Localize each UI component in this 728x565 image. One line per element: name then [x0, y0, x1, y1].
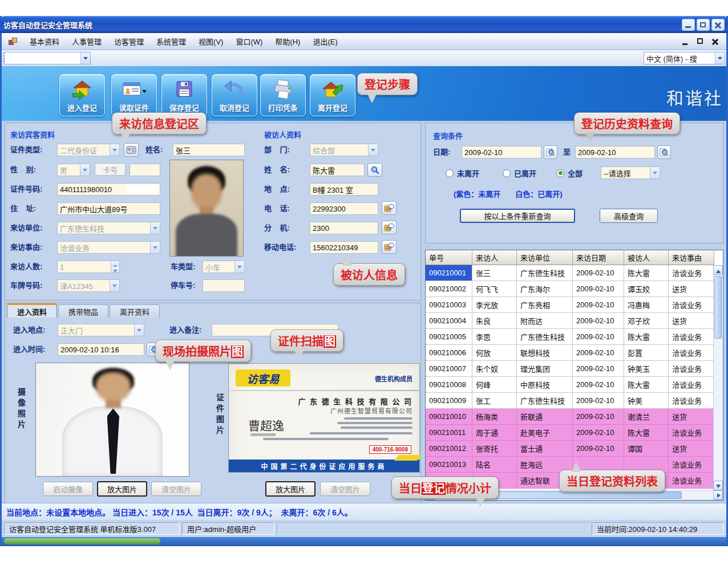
- start-camera-button[interactable]: 启动摄像: [43, 482, 93, 496]
- table-cell[interactable]: 洽谈业务: [669, 457, 714, 473]
- search-icon[interactable]: [367, 163, 382, 177]
- table-cell[interactable]: 冯惠梅: [624, 297, 669, 313]
- address-input[interactable]: 广州市中山大道89号: [57, 202, 160, 215]
- table-cell[interactable]: 邓子欣: [624, 313, 669, 329]
- menu-item-2[interactable]: 访客管理: [108, 34, 150, 49]
- table-cell[interactable]: 2009-02-10: [573, 393, 624, 409]
- child-minimize-icon[interactable]: [681, 37, 691, 46]
- table-row[interactable]: 090210009张工广东德生科技2009-02-10钟美洽谈业务: [426, 393, 723, 409]
- table-cell[interactable]: 2009-02-10: [573, 409, 624, 425]
- table-row[interactable]: 090210002何飞飞广东海尔2009-02-10谭玉姣送货: [426, 281, 723, 297]
- table-cell[interactable]: 杨海类: [472, 409, 517, 425]
- save-register-button[interactable]: 保存登记: [161, 74, 207, 116]
- table-cell[interactable]: 090210010: [426, 409, 472, 425]
- table-cell[interactable]: 洽谈业务: [669, 329, 714, 345]
- table-cell[interactable]: 张三: [472, 265, 517, 281]
- table-header-cell[interactable]: 单号: [426, 250, 472, 265]
- menu-item-6[interactable]: 帮助(H): [269, 34, 306, 49]
- plate-combo[interactable]: 津A12345: [57, 279, 120, 292]
- menu-item-4[interactable]: 视图(V): [192, 34, 229, 49]
- table-cell[interactable]: 2009-02-10: [573, 281, 624, 297]
- clear-card-button[interactable]: 清空图片: [320, 482, 370, 496]
- vscroll-thumb[interactable]: [714, 276, 722, 339]
- clear-photo-button[interactable]: 清空图片: [151, 482, 201, 496]
- date-picker-icon[interactable]: [544, 145, 557, 159]
- print-receipt-button[interactable]: 打印凭条: [260, 74, 306, 116]
- table-row[interactable]: 090210008何峰中原科技2009-02-10陈大雷洽谈业务: [426, 377, 723, 393]
- table-cell[interactable]: 洽谈业务: [669, 393, 714, 409]
- table-cell[interactable]: 广东德生科技: [517, 265, 573, 281]
- date-from-input[interactable]: 2009-02-10: [462, 146, 541, 158]
- table-cell[interactable]: 广东德生科技: [517, 329, 573, 345]
- scroll-down-icon[interactable]: [713, 481, 723, 490]
- date-to-input[interactable]: 2009-02-10: [575, 146, 655, 158]
- table-cell[interactable]: 广东亮相: [517, 297, 573, 313]
- zoom-photo-button[interactable]: 放大图片: [97, 481, 147, 497]
- reason-combo[interactable]: 洽谈业务: [57, 241, 160, 254]
- table-cell[interactable]: 何放: [472, 345, 517, 361]
- table-cell[interactable]: 090210011: [426, 425, 472, 441]
- table-cell[interactable]: 李思: [472, 329, 517, 345]
- table-cell[interactable]: 送货: [669, 409, 714, 425]
- status-select[interactable]: --请选择: [601, 166, 660, 179]
- table-cell[interactable]: 2009-02-10: [573, 313, 624, 329]
- read-card-button[interactable]: 读取证件: [111, 74, 157, 116]
- table-row[interactable]: 090210001张三广东德生科技2009-02-10陈大雷洽谈业务: [426, 265, 723, 281]
- tab-carried-items[interactable]: 携带物品: [58, 304, 108, 318]
- vertical-scrollbar[interactable]: [713, 265, 723, 490]
- table-cell[interactable]: 周于通: [472, 425, 517, 441]
- table-cell[interactable]: 赴美电子: [517, 425, 573, 441]
- visited-name-input[interactable]: 陈大雷: [310, 164, 365, 176]
- table-cell[interactable]: 理光集团: [517, 361, 573, 377]
- sms-icon[interactable]: [382, 201, 397, 215]
- table-cell[interactable]: 送货: [669, 313, 714, 329]
- table-cell[interactable]: 朱个奴: [472, 361, 517, 377]
- card-no-button[interactable]: 卡号: [95, 163, 126, 176]
- cert-type-combo[interactable]: 二代身份证: [57, 144, 120, 156]
- table-cell[interactable]: 2009-02-10: [573, 265, 624, 281]
- requery-button[interactable]: 按以上条件重新查询: [460, 209, 575, 223]
- table-cell[interactable]: 陈大雷: [624, 425, 669, 441]
- ext-input[interactable]: 2300: [310, 222, 378, 234]
- visitor-name-input[interactable]: 张三: [173, 144, 245, 156]
- table-cell[interactable]: 090210003: [426, 297, 472, 313]
- table-row[interactable]: 090210005李思广东德生科技2009-02-10陈大雷洽谈业务: [426, 329, 723, 345]
- phone-input[interactable]: 22992300: [310, 202, 378, 215]
- card-no-input[interactable]: [130, 164, 160, 176]
- menu-item-3[interactable]: 系统管理: [150, 34, 192, 49]
- table-cell[interactable]: 090210007: [426, 361, 472, 377]
- date-picker-icon[interactable]: [657, 145, 671, 159]
- chevron-down-icon[interactable]: [80, 52, 90, 64]
- table-cell[interactable]: 陈大雷: [624, 377, 669, 393]
- count-spinner[interactable]: 1: [57, 261, 120, 273]
- table-cell[interactable]: 张工: [472, 393, 517, 409]
- parking-input[interactable]: [203, 279, 245, 292]
- table-cell[interactable]: 090210004: [426, 313, 472, 329]
- table-row[interactable]: 090210010杨海类新联通2009-02-10谢清兰送货: [426, 409, 723, 425]
- table-cell[interactable]: 洽谈业务: [669, 345, 714, 361]
- entry-place-combo[interactable]: 正大门: [58, 324, 144, 336]
- enter-register-button[interactable]: 进入登记: [59, 74, 105, 116]
- tab-leave-info[interactable]: 离开资料: [110, 304, 160, 318]
- table-cell[interactable]: 陈大雷: [624, 329, 669, 345]
- table-cell[interactable]: 洽谈业务: [669, 377, 714, 393]
- table-cell[interactable]: 陆名: [472, 457, 517, 473]
- table-cell[interactable]: 090210012: [426, 441, 472, 457]
- table-cell[interactable]: 090210013: [426, 457, 472, 473]
- child-restore-icon[interactable]: [695, 37, 706, 46]
- table-cell[interactable]: 附而达: [517, 313, 573, 329]
- table-cell[interactable]: 090210009: [426, 393, 472, 409]
- table-cell[interactable]: 李光放: [472, 297, 517, 313]
- table-row[interactable]: 090210004朱良附而达2009-02-10邓子欣送货: [426, 313, 723, 329]
- table-row[interactable]: 090210006何放联想科技2009-02-10彭置洽谈业务: [426, 345, 723, 361]
- language-combo[interactable]: 中文 (简体) - 搜: [644, 52, 725, 64]
- table-cell[interactable]: 2009-02-10: [573, 425, 624, 441]
- table-cell[interactable]: 2009-02-10: [573, 361, 624, 377]
- table-cell[interactable]: 2009-02-10: [573, 441, 624, 457]
- table-cell[interactable]: 洽谈业务: [669, 425, 714, 441]
- table-cell[interactable]: 090210001: [426, 265, 472, 281]
- dept-combo[interactable]: 综合部: [310, 144, 378, 156]
- table-cell[interactable]: 洽谈业务: [669, 297, 714, 313]
- company-combo[interactable]: 广东德生科技: [57, 222, 160, 234]
- minimize-icon[interactable]: [682, 19, 695, 31]
